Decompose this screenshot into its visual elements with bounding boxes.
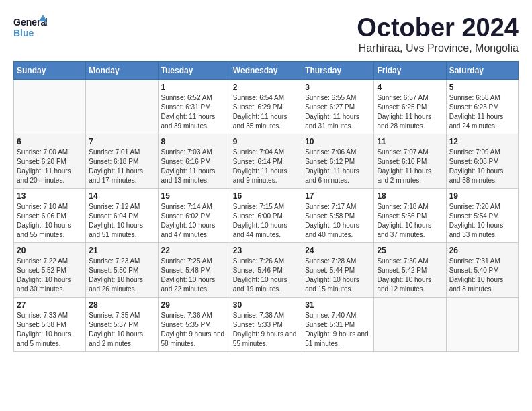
location-subtitle: Harhiraa, Uvs Province, Mongolia (357, 42, 519, 54)
day-info: Sunrise: 7:31 AMSunset: 5:40 PMDaylight:… (449, 257, 515, 294)
day-number: 24 (305, 246, 371, 255)
calendar-week-3: 20Sunrise: 7:22 AMSunset: 5:52 PMDayligh… (14, 243, 519, 298)
calendar-cell (86, 80, 158, 134)
calendar-cell: 26Sunrise: 7:31 AMSunset: 5:40 PMDayligh… (446, 243, 518, 298)
day-number: 11 (377, 137, 443, 146)
calendar-cell: 3Sunrise: 6:55 AMSunset: 6:27 PMDaylight… (302, 80, 374, 134)
day-info: Sunrise: 7:25 AMSunset: 5:48 PMDaylight:… (161, 257, 227, 294)
day-number: 21 (89, 246, 154, 255)
day-number: 6 (17, 137, 83, 146)
calendar-week-0: 1Sunrise: 6:52 AMSunset: 6:31 PMDaylight… (14, 80, 519, 134)
calendar-cell: 2Sunrise: 6:54 AMSunset: 6:29 PMDaylight… (230, 80, 302, 134)
day-info: Sunrise: 7:35 AMSunset: 5:37 PMDaylight:… (89, 311, 154, 349)
day-info: Sunrise: 7:30 AMSunset: 5:42 PMDaylight:… (377, 257, 443, 294)
header-wednesday: Wednesday (230, 62, 302, 80)
day-info: Sunrise: 6:55 AMSunset: 6:27 PMDaylight:… (305, 93, 371, 131)
calendar-cell: 16Sunrise: 7:15 AMSunset: 6:00 PMDayligh… (230, 189, 302, 243)
day-info: Sunrise: 6:57 AMSunset: 6:25 PMDaylight:… (377, 93, 443, 131)
day-info: Sunrise: 6:54 AMSunset: 6:29 PMDaylight:… (233, 93, 299, 131)
day-info: Sunrise: 7:10 AMSunset: 6:06 PMDaylight:… (17, 202, 83, 240)
calendar-cell: 23Sunrise: 7:26 AMSunset: 5:46 PMDayligh… (230, 243, 302, 298)
day-number: 7 (89, 137, 154, 146)
calendar-cell (374, 298, 446, 352)
weekday-header-row: Sunday Monday Tuesday Wednesday Thursday… (14, 62, 519, 80)
calendar-cell: 25Sunrise: 7:30 AMSunset: 5:42 PMDayligh… (374, 243, 446, 298)
calendar-week-2: 13Sunrise: 7:10 AMSunset: 6:06 PMDayligh… (14, 189, 519, 243)
day-number: 23 (233, 246, 299, 255)
day-number: 30 (233, 300, 299, 310)
calendar-cell: 14Sunrise: 7:12 AMSunset: 6:04 PMDayligh… (86, 189, 158, 243)
day-info: Sunrise: 6:58 AMSunset: 6:23 PMDaylight:… (449, 93, 515, 131)
day-info: Sunrise: 7:04 AMSunset: 6:14 PMDaylight:… (233, 148, 299, 185)
day-number: 27 (17, 300, 83, 310)
calendar-cell: 10Sunrise: 7:06 AMSunset: 6:12 PMDayligh… (302, 134, 374, 189)
calendar-cell: 21Sunrise: 7:23 AMSunset: 5:50 PMDayligh… (86, 243, 158, 298)
calendar-cell: 20Sunrise: 7:22 AMSunset: 5:52 PMDayligh… (14, 243, 86, 298)
header-friday: Friday (374, 62, 446, 80)
day-number: 17 (305, 191, 371, 201)
day-number: 10 (305, 137, 371, 146)
day-number: 15 (161, 191, 227, 201)
day-number: 5 (449, 83, 515, 92)
day-info: Sunrise: 6:52 AMSunset: 6:31 PMDaylight:… (161, 93, 227, 131)
calendar-cell: 8Sunrise: 7:03 AMSunset: 6:16 PMDaylight… (158, 134, 230, 189)
header-tuesday: Tuesday (158, 62, 230, 80)
day-info: Sunrise: 7:07 AMSunset: 6:10 PMDaylight:… (377, 148, 443, 185)
day-number: 16 (233, 191, 299, 201)
page-header: General Blue October 2024 Harhiraa, Uvs … (13, 13, 519, 54)
calendar-cell: 29Sunrise: 7:36 AMSunset: 5:35 PMDayligh… (158, 298, 230, 352)
calendar-cell: 1Sunrise: 6:52 AMSunset: 6:31 PMDaylight… (158, 80, 230, 134)
day-number: 3 (305, 83, 371, 92)
header-sunday: Sunday (14, 62, 86, 80)
calendar-cell: 17Sunrise: 7:17 AMSunset: 5:58 PMDayligh… (302, 189, 374, 243)
day-number: 18 (377, 191, 443, 201)
calendar-cell: 5Sunrise: 6:58 AMSunset: 6:23 PMDaylight… (446, 80, 518, 134)
day-number: 20 (17, 246, 83, 255)
title-section: October 2024 Harhiraa, Uvs Province, Mon… (357, 13, 519, 54)
day-info: Sunrise: 7:09 AMSunset: 6:08 PMDaylight:… (449, 148, 515, 185)
day-number: 2 (233, 83, 299, 92)
day-number: 8 (161, 137, 227, 146)
calendar-cell: 27Sunrise: 7:33 AMSunset: 5:38 PMDayligh… (14, 298, 86, 352)
logo: General Blue (13, 13, 47, 40)
day-number: 31 (305, 300, 371, 310)
calendar-cell: 15Sunrise: 7:14 AMSunset: 6:02 PMDayligh… (158, 189, 230, 243)
header-thursday: Thursday (302, 62, 374, 80)
header-saturday: Saturday (446, 62, 518, 80)
day-number: 1 (161, 83, 227, 92)
day-info: Sunrise: 7:00 AMSunset: 6:20 PMDaylight:… (17, 148, 83, 185)
logo-icon: General Blue (13, 13, 47, 40)
day-number: 26 (449, 246, 515, 255)
day-info: Sunrise: 7:38 AMSunset: 5:33 PMDaylight:… (233, 311, 299, 349)
calendar-cell: 7Sunrise: 7:01 AMSunset: 6:18 PMDaylight… (86, 134, 158, 189)
day-info: Sunrise: 7:03 AMSunset: 6:16 PMDaylight:… (161, 148, 227, 185)
day-number: 12 (449, 137, 515, 146)
day-info: Sunrise: 7:23 AMSunset: 5:50 PMDaylight:… (89, 257, 154, 294)
calendar-table: Sunday Monday Tuesday Wednesday Thursday… (13, 61, 519, 352)
day-info: Sunrise: 7:26 AMSunset: 5:46 PMDaylight:… (233, 257, 299, 294)
header-monday: Monday (86, 62, 158, 80)
calendar-cell: 31Sunrise: 7:40 AMSunset: 5:31 PMDayligh… (302, 298, 374, 352)
day-info: Sunrise: 7:28 AMSunset: 5:44 PMDaylight:… (305, 257, 371, 294)
month-title: October 2024 (357, 13, 519, 42)
day-info: Sunrise: 7:36 AMSunset: 5:35 PMDaylight:… (161, 311, 227, 349)
calendar-cell: 24Sunrise: 7:28 AMSunset: 5:44 PMDayligh… (302, 243, 374, 298)
calendar-cell (14, 80, 86, 134)
day-number: 19 (449, 191, 515, 201)
calendar-cell (446, 298, 518, 352)
day-info: Sunrise: 7:12 AMSunset: 6:04 PMDaylight:… (89, 202, 154, 240)
calendar-cell: 13Sunrise: 7:10 AMSunset: 6:06 PMDayligh… (14, 189, 86, 243)
calendar-cell: 11Sunrise: 7:07 AMSunset: 6:10 PMDayligh… (374, 134, 446, 189)
calendar-cell: 12Sunrise: 7:09 AMSunset: 6:08 PMDayligh… (446, 134, 518, 189)
day-number: 22 (161, 246, 227, 255)
day-number: 4 (377, 83, 443, 92)
svg-text:Blue: Blue (13, 28, 34, 38)
calendar-cell: 6Sunrise: 7:00 AMSunset: 6:20 PMDaylight… (14, 134, 86, 189)
calendar-cell: 28Sunrise: 7:35 AMSunset: 5:37 PMDayligh… (86, 298, 158, 352)
day-info: Sunrise: 7:14 AMSunset: 6:02 PMDaylight:… (161, 202, 227, 240)
calendar-cell: 30Sunrise: 7:38 AMSunset: 5:33 PMDayligh… (230, 298, 302, 352)
day-info: Sunrise: 7:40 AMSunset: 5:31 PMDaylight:… (305, 311, 371, 349)
day-info: Sunrise: 7:22 AMSunset: 5:52 PMDaylight:… (17, 257, 83, 294)
day-number: 29 (161, 300, 227, 310)
calendar-cell: 4Sunrise: 6:57 AMSunset: 6:25 PMDaylight… (374, 80, 446, 134)
